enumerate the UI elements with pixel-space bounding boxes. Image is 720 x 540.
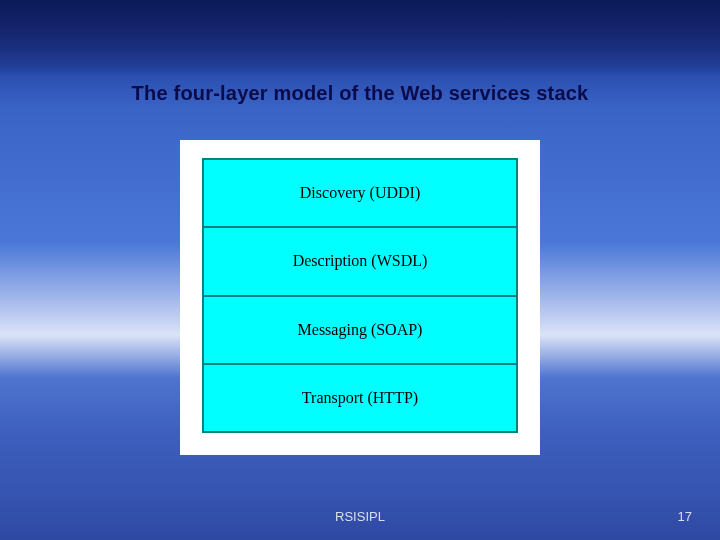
slide-title: The four-layer model of the Web services… bbox=[0, 82, 720, 105]
page-number: 17 bbox=[678, 509, 692, 524]
layer-row: Discovery (UDDI) bbox=[204, 160, 516, 226]
layer-label: Discovery (UDDI) bbox=[300, 184, 420, 202]
layer-row: Description (WSDL) bbox=[204, 226, 516, 294]
layer-label: Description (WSDL) bbox=[293, 252, 428, 270]
footer-author: RSISIPL bbox=[0, 509, 720, 524]
layer-row: Messaging (SOAP) bbox=[204, 295, 516, 363]
layer-label: Messaging (SOAP) bbox=[298, 321, 423, 339]
stack-diagram: Discovery (UDDI) Description (WSDL) Mess… bbox=[202, 158, 518, 433]
layer-row: Transport (HTTP) bbox=[204, 363, 516, 431]
stack-figure: Discovery (UDDI) Description (WSDL) Mess… bbox=[180, 140, 540, 455]
layer-label: Transport (HTTP) bbox=[302, 389, 418, 407]
